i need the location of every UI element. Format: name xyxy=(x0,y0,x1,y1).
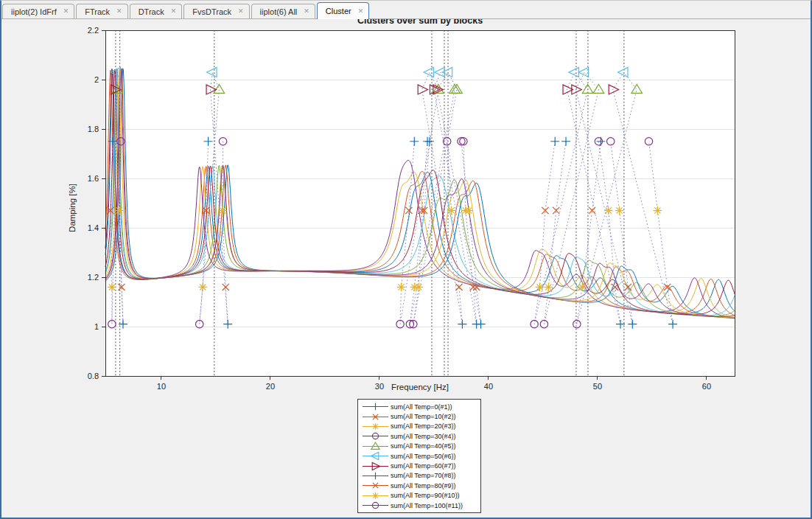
legend-item: sum(All Temp=100(#11)) xyxy=(361,501,480,510)
tab-cluster[interactable]: Cluster ✕ xyxy=(317,2,369,19)
legend-sample xyxy=(361,402,391,411)
close-icon[interactable]: ✕ xyxy=(63,8,69,15)
legend-item: sum(All Temp=20(#3)) xyxy=(361,422,480,431)
y-tick-label: 1.6 xyxy=(88,174,99,183)
tab-iiplot6-all[interactable]: iiplot(6) All ✕ xyxy=(251,4,315,18)
legend-label: sum(All Temp=30(#4)) xyxy=(391,433,456,440)
close-icon[interactable]: ✕ xyxy=(116,8,122,15)
y-tick-label: 2 xyxy=(94,75,99,84)
legend-item: sum(All Temp=40(#5)) xyxy=(361,442,480,451)
legend-label: sum(All Temp=90(#10)) xyxy=(391,492,460,499)
close-icon[interactable]: ✕ xyxy=(304,8,309,15)
legend-label: sum(All Temp=0(#1)) xyxy=(391,403,452,411)
y-tick-label: 0.8 xyxy=(88,372,99,380)
y-axis-label: Damping [%] xyxy=(68,175,78,241)
tab-label: iiplot(6) All xyxy=(260,7,298,16)
legend-item: sum(All Temp=10(#2)) xyxy=(361,411,480,421)
marker-star xyxy=(108,283,116,292)
legend-sample xyxy=(361,442,391,451)
marker-plus xyxy=(372,403,379,410)
tab-dtrack[interactable]: DTrack ✕ xyxy=(130,4,183,18)
marker-star xyxy=(218,206,227,215)
marker-star xyxy=(545,283,553,292)
tab-fvsdtrack[interactable]: FvsDTrack ✕ xyxy=(183,4,249,18)
legend-sample xyxy=(361,412,391,422)
tab-label: Cluster xyxy=(326,7,351,15)
legend-label: sum(All Temp=50(#6)) xyxy=(391,453,456,460)
y-tick-label: 2.2 xyxy=(88,26,99,35)
marker-plus xyxy=(372,473,379,479)
legend-label: sum(All Temp=80(#9)) xyxy=(391,482,456,490)
marker-star xyxy=(198,283,207,292)
tab-label: iiplot(2) IdFrf xyxy=(11,7,57,16)
legend-label: sum(All Temp=20(#3)) xyxy=(391,422,456,430)
marker-star xyxy=(447,206,456,215)
close-icon[interactable]: ✕ xyxy=(238,8,244,15)
figure-window: { "ui": { "close_glyph": "✕" }, "tabs": … xyxy=(0,0,812,519)
x-axis-label: Frequency [Hz] xyxy=(105,383,735,391)
marker-star xyxy=(604,206,613,215)
tab-iiplot2-idfrf[interactable]: iiplot(2) IdFrf ✕ xyxy=(2,4,74,18)
legend-item: sum(All Temp=80(#9)) xyxy=(361,481,480,490)
marker-star xyxy=(654,206,662,215)
tab-label: FvsDTrack xyxy=(192,7,231,16)
close-icon[interactable]: ✕ xyxy=(358,8,364,15)
legend-label: sum(All Temp=60(#7)) xyxy=(391,462,456,470)
legend-item: sum(All Temp=70(#8)) xyxy=(361,471,480,481)
legend-sample xyxy=(361,422,391,431)
legend-sample xyxy=(361,501,391,510)
close-icon[interactable]: ✕ xyxy=(171,8,177,15)
y-tick-label: 1 xyxy=(94,322,99,331)
legend-item: sum(All Temp=0(#1)) xyxy=(361,402,480,411)
legend-sample xyxy=(361,491,391,501)
y-tick-label: 1.4 xyxy=(88,223,99,232)
legend-label: sum(All Temp=70(#8)) xyxy=(391,472,456,479)
marker-star xyxy=(578,283,587,292)
legend-label: sum(All Temp=100(#11)) xyxy=(391,502,463,509)
marker-star xyxy=(414,283,423,292)
marker-star xyxy=(397,283,406,292)
marker-star xyxy=(115,206,124,215)
legend-sample xyxy=(361,461,391,471)
legend-sample xyxy=(361,431,391,441)
tab-label: DTrack xyxy=(139,7,164,16)
y-tick-label: 1.2 xyxy=(88,273,99,282)
legend: sum(All Temp=0(#1))sum(All Temp=10(#2))s… xyxy=(357,399,481,513)
marker-star xyxy=(372,423,379,430)
legend-item: sum(All Temp=50(#6)) xyxy=(361,451,480,461)
marker-star xyxy=(536,283,545,292)
legend-label: sum(All Temp=10(#2)) xyxy=(391,413,456,420)
tab-label: FTrack xyxy=(85,7,110,16)
marker-star xyxy=(465,206,474,215)
tab-ftrack[interactable]: FTrack ✕ xyxy=(76,4,127,18)
legend-item: sum(All Temp=60(#7)) xyxy=(361,461,480,470)
marker-star xyxy=(372,492,379,499)
legend-item: sum(All Temp=90(#10)) xyxy=(361,491,480,501)
legend-label: sum(All Temp=40(#5)) xyxy=(391,442,456,450)
marker-star xyxy=(615,206,624,215)
legend-sample xyxy=(361,481,391,490)
legend-sample xyxy=(361,471,391,481)
legend-sample xyxy=(361,451,391,461)
legend-item: sum(All Temp=30(#4)) xyxy=(361,431,480,441)
tab-bar: iiplot(2) IdFrf ✕ FTrack ✕ DTrack ✕ FvsD… xyxy=(1,1,811,19)
y-tick-label: 1.8 xyxy=(88,125,99,133)
marker-tri-up xyxy=(371,442,379,449)
